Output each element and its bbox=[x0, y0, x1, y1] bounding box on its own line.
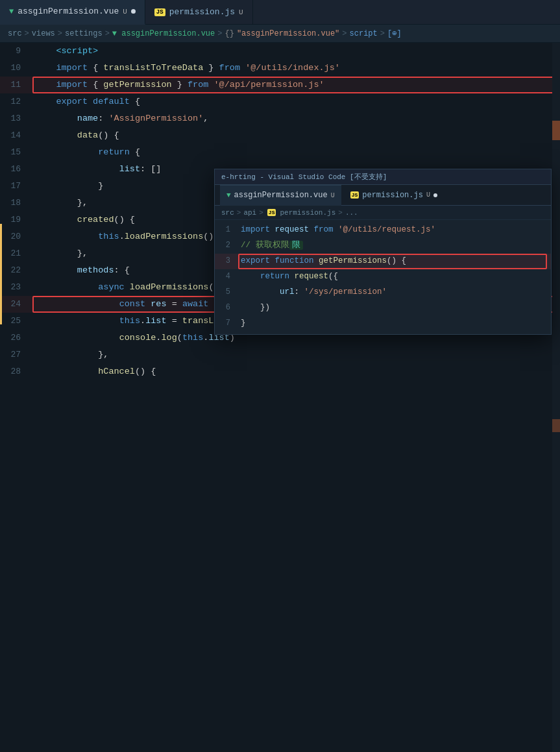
line-content-27: }, bbox=[32, 347, 560, 363]
popup-js-icon: JS bbox=[350, 191, 359, 199]
minimap bbox=[552, 43, 560, 752]
popup-line-6: 6 }) bbox=[215, 300, 551, 316]
popup-content-6: }) bbox=[238, 300, 551, 315]
line-num-10: 10 bbox=[0, 60, 32, 76]
breadcrumb-brace: {} bbox=[225, 29, 234, 38]
line-num-12: 12 bbox=[0, 94, 32, 110]
popup-line-4: 4 return request({ bbox=[215, 269, 551, 285]
popup-num-6: 6 bbox=[215, 300, 238, 315]
line-num-18: 18 bbox=[0, 195, 32, 211]
code-line-12: 12 export default { bbox=[0, 93, 560, 110]
code-line-9: 9 <script> bbox=[0, 43, 560, 60]
line-num-17: 17 bbox=[0, 178, 32, 194]
sep2: > bbox=[58, 29, 62, 38]
line-num-11: 11 bbox=[0, 77, 32, 93]
sep3: > bbox=[105, 29, 110, 38]
popup-vue-icon: ▼ bbox=[226, 191, 231, 199]
line-num-20: 20 bbox=[0, 229, 32, 245]
popup-title: e-hrting - Visual Studio Code [不受支持] bbox=[221, 172, 387, 182]
popup-breadcrumb-api: api bbox=[243, 209, 256, 217]
tab-bar: ▼ assginPermission.vue U JS permission.j… bbox=[0, 0, 560, 25]
editor-container: ▼ assginPermission.vue U JS permission.j… bbox=[0, 0, 560, 752]
popup-breadcrumb-src: src bbox=[221, 209, 234, 217]
breadcrumb-bracket: [⊕] bbox=[387, 29, 402, 38]
code-line-11: 11 import { getPermission } from '@/api/… bbox=[0, 77, 560, 93]
code-line-28: 28 hCancel() { bbox=[0, 363, 560, 380]
popup-js-icon2: JS bbox=[267, 209, 276, 216]
popup-tab-vue[interactable]: ▼ assginPermission.vue U bbox=[220, 185, 341, 206]
popup-line-3: 3 export function getPermissions() { bbox=[215, 254, 551, 269]
popup-sep2: > bbox=[259, 209, 263, 217]
js-icon: JS bbox=[154, 8, 165, 16]
popup-tab-js-u: U bbox=[426, 191, 430, 199]
popup-tabs: ▼ assginPermission.vue U JS permission.j… bbox=[215, 185, 551, 206]
popup-breadcrumb: src > api > JS permission.js > ... bbox=[215, 206, 551, 220]
popup-tab-js[interactable]: JS permission.js U bbox=[344, 185, 444, 206]
popup-window: e-hrting - Visual Studio Code [不受支持] ▼ a… bbox=[214, 169, 552, 335]
popup-tab-vue-u: U bbox=[331, 192, 335, 199]
popup-breadcrumb-dots: ... bbox=[345, 209, 358, 217]
line-num-15: 15 bbox=[0, 145, 32, 160]
code-line-13: 13 name: 'AssignPermission', bbox=[0, 110, 560, 127]
popup-line-7: 7 } bbox=[215, 316, 551, 332]
popup-content-2: // 获取权限限 bbox=[238, 238, 551, 252]
line-num-9: 9 bbox=[0, 43, 32, 59]
breadcrumb-src: src bbox=[8, 29, 22, 38]
line-content-13: name: 'AssignPermission', bbox=[32, 111, 560, 127]
sep1: > bbox=[25, 29, 29, 38]
popup-num-1: 1 bbox=[215, 223, 238, 237]
popup-num-3: 3 bbox=[215, 254, 238, 268]
breadcrumb: src > views > settings > ▼ assginPermiss… bbox=[0, 25, 560, 43]
line-num-28: 28 bbox=[0, 364, 32, 380]
popup-sep1: > bbox=[237, 209, 241, 217]
tab-js-label: permission.js bbox=[169, 7, 235, 17]
tab-js[interactable]: JS permission.js U bbox=[145, 0, 253, 25]
breadcrumb-settings: settings bbox=[65, 29, 103, 38]
line-num-14: 14 bbox=[0, 128, 32, 143]
line-num-23: 23 bbox=[0, 280, 32, 295]
popup-content-7: } bbox=[238, 316, 551, 330]
line-num-22: 22 bbox=[0, 263, 32, 278]
popup-content-4: return request({ bbox=[238, 269, 551, 284]
code-line-10: 10 import { transListToTreeData } from '… bbox=[0, 60, 560, 77]
line-content-12: export default { bbox=[32, 94, 560, 110]
popup-line-2: 2 // 获取权限限 bbox=[215, 238, 551, 254]
tab-vue[interactable]: ▼ assginPermission.vue U bbox=[0, 0, 145, 25]
popup-sep3: > bbox=[338, 209, 343, 217]
line-num-19: 19 bbox=[0, 212, 32, 228]
line-num-16: 16 bbox=[0, 162, 32, 177]
line-num-21: 21 bbox=[0, 246, 32, 261]
code-line-15: 15 return { bbox=[0, 144, 560, 161]
sep5: > bbox=[342, 29, 347, 38]
breadcrumb-views: views bbox=[32, 29, 55, 38]
line-content-10: import { transListToTreeData } from '@/u… bbox=[32, 60, 560, 76]
popup-num-2: 2 bbox=[215, 238, 238, 252]
minimap-highlight-top bbox=[552, 121, 560, 140]
popup-title-bar: e-hrting - Visual Studio Code [不受支持] bbox=[215, 169, 551, 185]
line-num-27: 27 bbox=[0, 347, 32, 363]
tab-vue-unsaved-label: U bbox=[123, 8, 127, 16]
sep6: > bbox=[380, 29, 385, 38]
tab-vue-label: assginPermission.vue bbox=[18, 6, 119, 16]
bracket-indicator bbox=[0, 224, 2, 324]
popup-content-5: url: '/sys/permission' bbox=[238, 285, 551, 299]
line-content-9: <script> bbox=[32, 43, 560, 59]
popup-code: 1 import request from '@/utils/request.j… bbox=[215, 220, 551, 334]
line-num-13: 13 bbox=[0, 111, 32, 127]
line-num-26: 26 bbox=[0, 330, 32, 346]
sep4: > bbox=[217, 29, 222, 38]
tab-js-unsaved-label: U bbox=[239, 8, 243, 16]
popup-content-3: export function getPermissions() { bbox=[238, 254, 551, 268]
popup-num-7: 7 bbox=[215, 316, 238, 330]
popup-num-4: 4 bbox=[215, 269, 238, 284]
code-line-14: 14 data() { bbox=[0, 127, 560, 144]
line-content-15: return { bbox=[32, 145, 560, 160]
tab-vue-dot bbox=[131, 9, 136, 14]
popup-content-1: import request from '@/utils/request.js' bbox=[238, 223, 551, 237]
popup-tab-js-dot bbox=[433, 193, 437, 197]
code-line-27: 27 }, bbox=[0, 346, 560, 363]
line-content-11: import { getPermission } from '@/api/per… bbox=[32, 77, 560, 93]
vue-icon: ▼ bbox=[9, 7, 14, 16]
popup-line-1: 1 import request from '@/utils/request.j… bbox=[215, 223, 551, 238]
breadcrumb-quote: "assginPermission.vue" bbox=[237, 29, 339, 38]
